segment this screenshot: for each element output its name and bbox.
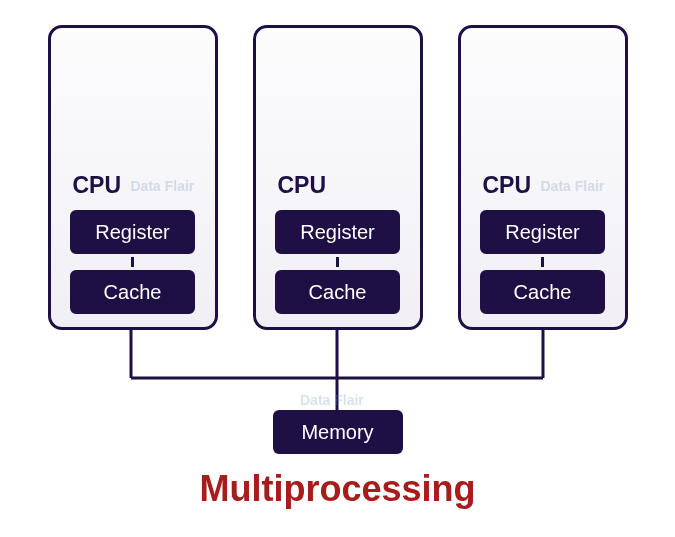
cpu-box-3: Data Flair CPU Register Cache [458, 25, 628, 330]
cache-box: Cache [275, 270, 400, 314]
watermark-1: Data Flair [131, 178, 195, 194]
connector-register-cache [541, 257, 544, 267]
cpu-box-1: Data Flair CPU Register Cache [48, 25, 218, 330]
cpu-box-2: CPU Register Cache [253, 25, 423, 330]
watermark-3: Data Flair [300, 392, 364, 408]
watermark-2: Data Flair [541, 178, 605, 194]
cpu-label: CPU [278, 172, 327, 199]
diagram-title: Multiprocessing [0, 468, 675, 510]
cache-box: Cache [480, 270, 605, 314]
memory-box: Memory [273, 410, 403, 454]
register-box: Register [480, 210, 605, 254]
cpu-row: Data Flair CPU Register Cache CPU Regist… [0, 25, 675, 330]
cpu-label: CPU [483, 172, 532, 199]
register-box: Register [70, 210, 195, 254]
cache-box: Cache [70, 270, 195, 314]
connector-register-cache [336, 257, 339, 267]
register-box: Register [275, 210, 400, 254]
connector-register-cache [131, 257, 134, 267]
cpu-label: CPU [73, 172, 122, 199]
